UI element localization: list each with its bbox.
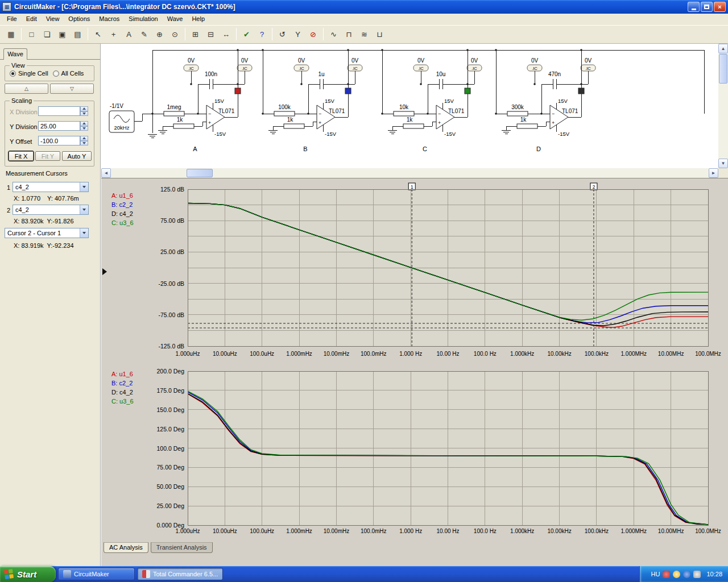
ic-voltage-label: 0V — [241, 57, 249, 64]
x-division-stepper[interactable] — [80, 106, 88, 116]
spinner-up-icon[interactable] — [80, 136, 88, 141]
scroll-left-icon[interactable]: ◄ — [101, 168, 111, 178]
fit-y-button[interactable]: Fit Y — [35, 151, 60, 161]
scope-digital-icon[interactable]: ⊓ — [342, 27, 356, 41]
chevron-down-icon[interactable] — [80, 228, 88, 238]
minimize-button[interactable] — [688, 2, 700, 12]
schematic-canvas[interactable]: -1/1V20kHz1meg100n0V.IC0V.IC−+15V-15VTL0… — [101, 44, 718, 168]
probe-marker[interactable] — [235, 88, 241, 94]
taskbar-item-total-commander[interactable]: Total Commander 6.5... — [137, 568, 223, 580]
tray-icon[interactable] — [693, 571, 701, 578]
scaling-group-label: Scaling — [10, 97, 34, 104]
resistor[interactable] — [173, 124, 194, 128]
probe-marker[interactable] — [465, 88, 470, 94]
scope-analog-icon[interactable]: ∿ — [326, 27, 341, 41]
horizontal-scroll-thumb[interactable] — [187, 169, 213, 177]
menu-macros[interactable]: Macros — [94, 14, 124, 26]
menu-simulation[interactable]: Simulation — [124, 14, 162, 26]
tray-icon[interactable] — [663, 571, 670, 578]
charts-canvas[interactable]: 12125.0 dB75.00 dB25.00 dB-25.00 dB-75.0… — [101, 178, 728, 567]
arrow-tool-icon[interactable]: ↖ — [91, 27, 105, 41]
probe-marker[interactable] — [578, 88, 584, 94]
analog-grid-icon[interactable]: ⊟ — [204, 27, 218, 41]
wave-down-button[interactable]: ▽ — [50, 84, 94, 94]
menu-options[interactable]: Options — [64, 14, 94, 26]
x-tick-label: 10.00uHz — [213, 351, 237, 357]
y-tick-label: 75.00 dB — [160, 217, 184, 224]
taskbar-item-circuitmaker[interactable]: CircuitMaker — [58, 568, 135, 580]
y-division-input[interactable] — [38, 121, 80, 131]
scroll-up-icon[interactable]: ▲ — [718, 44, 728, 53]
scroll-down-icon[interactable]: ▼ — [718, 159, 728, 168]
cursor2-signal-select[interactable]: c4_2 — [13, 205, 89, 215]
cursor-delta-select[interactable]: Cursor 2 - Cursor 1 — [5, 228, 89, 238]
search-tool-icon[interactable]: ⊙ — [168, 27, 182, 41]
zoom-tool-icon[interactable]: ⊕ — [152, 27, 167, 41]
digital-grid-icon[interactable]: ⊞ — [188, 27, 202, 41]
reset-icon[interactable]: ↺ — [275, 27, 289, 41]
plus-tool-icon[interactable]: + — [106, 27, 121, 41]
resistor[interactable] — [394, 111, 414, 116]
cursor1-signal-select[interactable]: c4_2 — [13, 182, 89, 192]
scroll-right-icon[interactable]: ► — [709, 168, 718, 178]
print-icon[interactable]: ▤ — [71, 27, 85, 41]
resistor[interactable] — [274, 111, 295, 116]
language-indicator[interactable]: HU — [651, 571, 660, 577]
help-icon[interactable]: ? — [255, 27, 269, 41]
menu-edit[interactable]: Edit — [22, 14, 42, 26]
scope-mixed-icon[interactable]: ⊔ — [373, 27, 387, 41]
stop-icon[interactable]: ⊘ — [306, 27, 320, 41]
probe-marker[interactable] — [345, 88, 351, 94]
y-division-stepper[interactable] — [80, 121, 88, 131]
schematic-horizontal-scrollbar[interactable]: ◄ ► — [101, 168, 718, 178]
y-offset-stepper[interactable] — [80, 136, 88, 146]
auto-y-button[interactable]: Auto Y — [62, 151, 92, 161]
splitter-arrow-icon[interactable] — [102, 268, 107, 275]
start-button[interactable]: Start — [0, 566, 56, 582]
restore-button[interactable] — [701, 2, 713, 12]
new-file-icon[interactable]: □ — [24, 27, 39, 41]
tab-wave[interactable]: Wave — [3, 48, 27, 60]
legend-item: D: c4_2 — [111, 209, 134, 218]
compare-icon[interactable]: ↔ — [219, 27, 233, 41]
menu-help[interactable]: Help — [187, 14, 209, 26]
save-icon[interactable]: ▣ — [55, 27, 69, 41]
chevron-down-icon[interactable] — [80, 182, 88, 192]
resistor[interactable] — [507, 111, 528, 116]
tab-transient-analysis[interactable]: Transient Analysis — [151, 542, 213, 553]
fit-x-button[interactable]: Fit X — [9, 151, 34, 161]
radio-single-cell[interactable]: Single Cell — [10, 70, 48, 77]
tray-icon[interactable] — [673, 571, 680, 578]
board-icon[interactable]: ▦ — [4, 27, 18, 41]
radio-all-cells[interactable]: All Cells — [53, 70, 84, 77]
spinner-down-icon[interactable] — [80, 141, 88, 146]
text-tool-icon[interactable]: A — [122, 27, 136, 41]
tab-ac-analysis[interactable]: AC Analysis — [104, 542, 148, 553]
scope-multi-icon[interactable]: ≋ — [357, 27, 371, 41]
x-tick-label: 1.000uHz — [176, 528, 200, 534]
open-file-icon[interactable]: ❏ — [40, 27, 54, 41]
wave-up-button[interactable]: △ — [5, 84, 48, 94]
vertical-scroll-thumb[interactable] — [719, 54, 727, 84]
x-division-input[interactable] — [38, 106, 80, 116]
close-button[interactable]: × — [714, 2, 726, 12]
resistor[interactable] — [517, 124, 537, 128]
run-check-icon[interactable]: ✔ — [239, 27, 254, 41]
tray-icon[interactable] — [683, 571, 690, 578]
resistor[interactable] — [164, 111, 184, 116]
probe-icon[interactable]: Y — [291, 27, 305, 41]
resistor[interactable] — [284, 124, 304, 128]
resistor[interactable] — [403, 124, 424, 128]
schematic-vertical-scrollbar[interactable]: ▲ ▼ — [718, 44, 728, 168]
wire-tool-icon[interactable]: ✎ — [137, 27, 151, 41]
menu-file[interactable]: File — [2, 14, 22, 26]
spinner-down-icon[interactable] — [80, 126, 88, 131]
measurement-cursors-label: Measurement Cursors — [6, 170, 68, 177]
y-offset-input[interactable] — [38, 136, 80, 146]
spinner-up-icon[interactable] — [80, 106, 88, 111]
spinner-up-icon[interactable] — [80, 121, 88, 126]
chevron-down-icon[interactable] — [80, 205, 88, 214]
spinner-down-icon[interactable] — [80, 111, 88, 117]
menu-view[interactable]: View — [42, 14, 64, 26]
menu-wave[interactable]: Wave — [163, 14, 188, 26]
